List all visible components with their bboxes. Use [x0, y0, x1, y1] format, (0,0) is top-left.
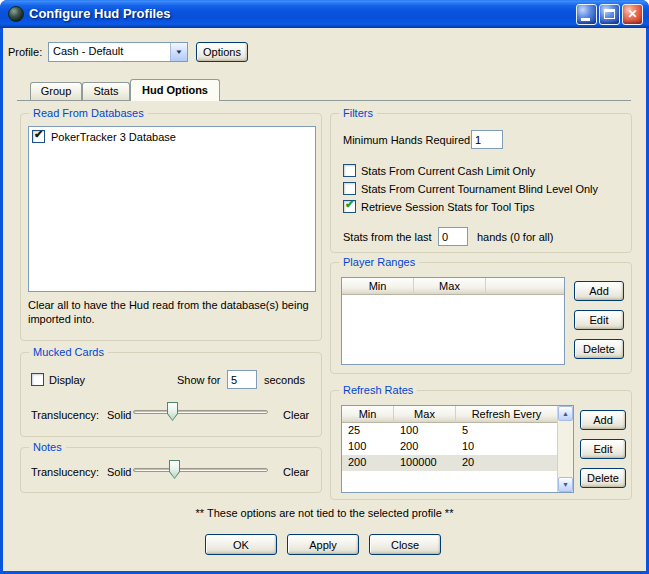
refresh-rates-scrollbar[interactable]: ▲ ▼: [557, 406, 573, 492]
minimize-button[interactable]: [576, 4, 597, 25]
ok-button[interactable]: OK: [205, 534, 277, 555]
apply-button[interactable]: Apply: [287, 534, 359, 555]
cash-limit-only-checkbox[interactable]: [343, 164, 356, 177]
player-ranges-table-main: Min Max: [342, 278, 564, 364]
cash-limit-only-label: Stats From Current Cash Limit Only: [361, 165, 535, 178]
scroll-up-icon[interactable]: ▲: [558, 406, 573, 421]
maximize-button[interactable]: [599, 4, 620, 25]
refresh-rates-table[interactable]: Min Max Refresh Every 25 100 5 100 200 1…: [341, 405, 574, 493]
notes-solid-label: Solid: [107, 466, 131, 479]
refresh-rates-header: Min Max Refresh Every: [342, 406, 557, 423]
profile-dropdown-arrow-button[interactable]: ▼: [170, 43, 187, 61]
stats-last-suffix-label: hands (0 for all): [477, 231, 553, 244]
title-bar[interactable]: Configure Hud Profiles ✕: [0, 0, 649, 28]
cell-max: 200: [394, 439, 456, 455]
refresh-rates-row[interactable]: 25 100 5: [342, 423, 557, 439]
player-ranges-add-button[interactable]: Add: [574, 281, 624, 301]
app-icon: [8, 6, 24, 22]
cell-min: 25: [342, 423, 394, 439]
player-ranges-edit-button[interactable]: Edit: [574, 310, 624, 330]
mucked-slider-thumb[interactable]: [167, 402, 178, 421]
database-list-item[interactable]: ✔ PokerTracker 3 Database: [29, 127, 315, 145]
mucked-cards-group: Mucked Cards Display Show for seconds Tr…: [20, 352, 322, 437]
refresh-rates-col-refresh-every[interactable]: Refresh Every: [456, 406, 557, 423]
session-stats-tooltips-label: Retrieve Session Stats for Tool Tips: [361, 201, 534, 214]
seconds-label: seconds: [264, 374, 305, 387]
scroll-down-icon[interactable]: ▼: [558, 477, 573, 492]
notes-clear-label: Clear: [283, 466, 309, 479]
window-controls: ✕: [576, 4, 643, 25]
player-ranges-col-min[interactable]: Min: [342, 278, 414, 295]
stats-last-input[interactable]: [438, 227, 468, 246]
display-checkbox[interactable]: [31, 373, 44, 386]
profile-dropdown[interactable]: Cash - Default ▼: [48, 42, 188, 62]
mucked-cards-title: Mucked Cards: [29, 346, 108, 359]
window-title: Configure Hud Profiles: [29, 6, 171, 21]
mucked-slider-track[interactable]: [133, 410, 268, 414]
database-listbox[interactable]: ✔ PokerTracker 3 Database: [28, 126, 316, 292]
player-ranges-col-max[interactable]: Max: [414, 278, 486, 295]
cell-refresh-every: 10: [456, 439, 474, 455]
refresh-rates-delete-button[interactable]: Delete: [580, 468, 626, 488]
check-icon: ✔: [34, 128, 43, 141]
cell-max: 100000: [394, 455, 456, 471]
tournament-blind-level-label: Stats From Current Tournament Blind Leve…: [361, 183, 598, 196]
check-icon: ✔: [345, 198, 354, 211]
maximize-icon: [604, 9, 615, 19]
player-ranges-delete-button[interactable]: Delete: [574, 339, 624, 359]
database-checkbox[interactable]: ✔: [32, 130, 45, 143]
notes-translucency-label: Translucency:: [31, 466, 99, 479]
refresh-rates-add-button[interactable]: Add: [580, 410, 626, 430]
refresh-rates-table-main: Min Max Refresh Every 25 100 5 100 200 1…: [342, 406, 557, 492]
player-ranges-col-filler: [486, 278, 564, 295]
tab-baseline: [17, 100, 631, 101]
session-stats-tooltips-checkbox[interactable]: ✔: [343, 200, 356, 213]
profile-label: Profile:: [8, 46, 42, 59]
tab-stats[interactable]: Stats: [82, 82, 130, 100]
refresh-rates-row[interactable]: 200 100000 20: [342, 455, 557, 471]
notes-translucency-slider[interactable]: [133, 460, 268, 480]
refresh-rates-row[interactable]: 100 200 10: [342, 439, 557, 455]
mucked-clear-label: Clear: [283, 409, 309, 422]
chevron-down-icon: ▼: [175, 49, 183, 55]
refresh-rates-col-max[interactable]: Max: [394, 406, 456, 423]
notes-slider-thumb[interactable]: [169, 460, 180, 479]
cell-refresh-every: 5: [456, 423, 468, 439]
player-ranges-group: Player Ranges Min Max Add Edit Delete: [330, 262, 632, 374]
options-button[interactable]: Options: [196, 42, 248, 62]
show-for-label: Show for: [177, 374, 220, 387]
close-icon: ✕: [623, 5, 642, 24]
minimum-hands-label: Minimum Hands Required:: [343, 134, 473, 147]
refresh-rates-edit-button[interactable]: Edit: [580, 439, 626, 459]
configure-hud-profiles-window: Configure Hud Profiles ✕ Profile: Cash -…: [0, 0, 649, 574]
close-button[interactable]: ✕: [622, 4, 643, 25]
footer-note: ** These options are not tied to the sel…: [3, 507, 646, 519]
stats-last-label: Stats from the last: [343, 231, 432, 244]
read-from-databases-title: Read From Databases: [29, 107, 148, 120]
mucked-translucency-label: Translucency:: [31, 409, 99, 422]
player-ranges-table[interactable]: Min Max: [341, 277, 565, 365]
notes-slider-track[interactable]: [133, 468, 268, 472]
tab-hud-options[interactable]: Hud Options: [130, 79, 220, 101]
profile-dropdown-value: Cash - Default: [53, 45, 123, 57]
cell-min: 100: [342, 439, 394, 455]
mucked-solid-label: Solid: [107, 409, 131, 422]
notes-title: Notes: [29, 441, 66, 454]
tab-group[interactable]: Group: [30, 82, 82, 100]
cell-refresh-every: 20: [456, 455, 474, 471]
minimize-icon: [581, 18, 590, 21]
player-ranges-header: Min Max: [342, 278, 564, 295]
refresh-rates-group: Refresh Rates Min Max Refresh Every 25 1…: [330, 390, 632, 500]
filters-title: Filters: [339, 107, 377, 120]
minimum-hands-input[interactable]: [471, 130, 503, 149]
cell-min: 200: [342, 455, 394, 471]
player-ranges-title: Player Ranges: [339, 256, 419, 269]
refresh-rates-col-min[interactable]: Min: [342, 406, 394, 423]
tournament-blind-level-checkbox[interactable]: [343, 182, 356, 195]
close-dialog-button[interactable]: Close: [369, 534, 441, 555]
mucked-translucency-slider[interactable]: [133, 402, 268, 422]
database-item-label: PokerTracker 3 Database: [51, 131, 176, 144]
refresh-rates-title: Refresh Rates: [339, 384, 417, 397]
filters-group: Filters Minimum Hands Required: Stats Fr…: [330, 113, 632, 253]
show-for-input[interactable]: [227, 370, 257, 389]
